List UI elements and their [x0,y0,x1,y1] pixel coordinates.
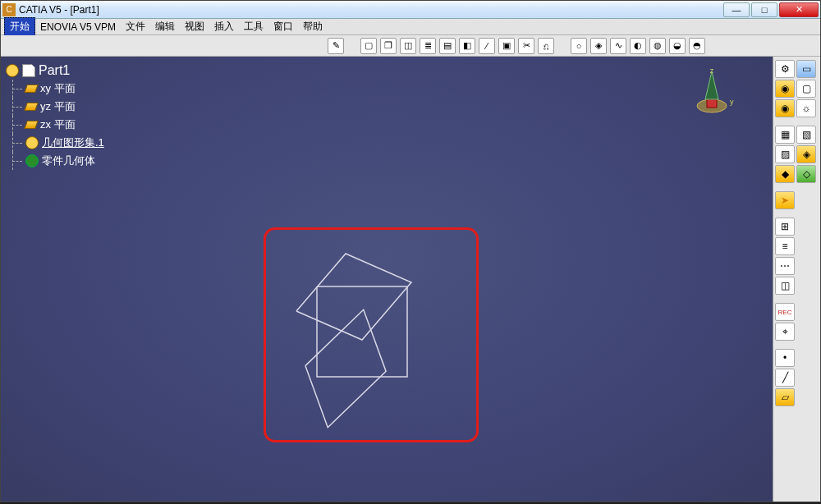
spec-tree: Part1 xy 平面 yz 平面 zx 平面 几何图形集.1 [6,62,104,170]
tool-erase-icon[interactable]: ◧ [459,38,475,54]
menu-window[interactable]: 窗口 [268,18,298,35]
tree-item-partbody[interactable]: 零件几何体 [6,152,104,170]
menu-tools[interactable]: 工具 [239,18,268,35]
rt-page-icon[interactable]: ▢ [796,80,816,98]
tool-box-icon[interactable]: ◫ [400,38,416,54]
window-controls: — □ ✕ [723,2,819,17]
tree-item-label: yz 平面 [40,99,76,114]
rt-gear-icon[interactable]: ⚙ [775,60,795,78]
tool-list-icon[interactable]: ≣ [420,38,436,54]
top-toolbar: ✎ ▢ ❐ ◫ ≣ ▤ ◧ ∕ ▣ ✂ ⎌ ○ ◈ ∿ ◐ ◍ ◒ ◓ [1,35,820,57]
tool-line-icon[interactable]: ∕ [479,38,495,54]
svg-text:y: y [730,98,734,106]
rt-arrow-icon[interactable]: ➤ [775,191,795,209]
rt-e-icon[interactable]: ◆ [775,165,795,183]
tree-root[interactable]: Part1 [6,62,104,80]
close-button[interactable]: ✕ [779,2,819,17]
tool-b-icon[interactable]: ⎌ [538,38,554,54]
tree-item-geoset[interactable]: 几何图形集.1 [6,134,104,152]
tool-t-icon[interactable]: ◍ [649,38,666,54]
partbody-icon [25,154,39,167]
maximize-button[interactable]: □ [751,2,777,17]
rt-d-icon[interactable]: ◈ [796,145,816,163]
tree-item-label: 零件几何体 [42,153,95,168]
plane-icon [24,121,39,129]
tool-tool-icon[interactable]: ✂ [518,38,534,54]
minimize-button[interactable]: — [723,2,750,17]
svg-marker-2 [705,71,718,99]
svg-rect-1 [707,99,717,108]
tool-cyl-icon[interactable]: ○ [571,38,587,54]
catia-icon: C [2,3,16,16]
body-area: Part1 xy 平面 yz 平面 zx 平面 几何图形集.1 [1,57,820,502]
viewport-3d[interactable]: Part1 xy 平面 yz 平面 zx 平面 几何图形集.1 [1,57,773,502]
rt-h-icon[interactable]: ≡ [775,237,795,255]
rt-k-icon[interactable]: ⌖ [775,323,795,341]
tree-item-yz[interactable]: yz 平面 [6,98,104,116]
tool-s-icon[interactable]: ◐ [630,38,646,54]
rt-c-icon[interactable]: ▨ [775,145,795,163]
compass[interactable]: z y [687,66,736,116]
menu-view[interactable]: 视图 [180,18,209,35]
tree-item-label: 几何图形集.1 [42,135,104,150]
rt-g-icon[interactable]: ⊞ [775,218,795,236]
tree-root-label: Part1 [39,63,70,78]
rt-f-icon[interactable]: ◇ [796,165,816,183]
tool-newdoc-icon[interactable]: ▢ [360,38,377,54]
rt-plane-icon[interactable]: ▱ [775,388,795,406]
geoset-icon [25,136,39,149]
tree-item-xy[interactable]: xy 平面 [6,80,104,98]
app-window: C CATIA V5 - [Part1] — □ ✕ 开始 ENOVIA V5 … [0,0,821,502]
tool-sketch-icon[interactable]: ✎ [328,38,344,54]
rt-view-icon[interactable]: ▭ [796,60,816,78]
part-gear-icon [6,64,19,77]
rt-b-icon[interactable]: ▧ [796,126,816,144]
tree-item-label: zx 平面 [40,117,76,132]
titlebar: C CATIA V5 - [Part1] — □ ✕ [1,1,820,19]
menubar: 开始 ENOVIA V5 VPM 文件 编辑 视图 插入 工具 窗口 帮助 [1,19,820,35]
rt-a-icon[interactable]: ▦ [775,126,795,144]
rt-camera2-icon[interactable]: ◉ [775,99,795,117]
rt-camera1-icon[interactable]: ◉ [775,80,795,98]
rt-j-icon[interactable]: ◫ [775,277,795,295]
tool-copy-icon[interactable]: ❐ [380,38,397,54]
tool-u-icon[interactable]: ◒ [669,38,686,54]
plane-icon [24,85,39,93]
menu-help[interactable]: 帮助 [298,18,328,35]
menu-enovia[interactable]: ENOVIA V5 VPM [35,20,121,34]
menu-file[interactable]: 文件 [121,18,150,35]
tool-3d-icon[interactable]: ◈ [590,38,607,54]
part-doc-icon [22,64,35,77]
tool-sheet-icon[interactable]: ▤ [439,38,456,54]
menu-insert[interactable]: 插入 [209,18,239,35]
rt-rec-icon[interactable]: REC [775,303,795,321]
tree-item-zx[interactable]: zx 平面 [6,116,104,134]
tree-item-label: xy 平面 [40,81,76,96]
rt-i-icon[interactable]: ⋯ [775,257,795,275]
right-toolbar: ⚙▭ ◉▢ ◉☼ ▦▧ ▨◈ ◆◇ ➤ ⊞ ≡ ⋯ ◫ REC ⌖ • ╱ ▱ [773,57,820,502]
rt-bulb-icon[interactable]: ☼ [796,99,816,117]
tool-curve-icon[interactable]: ∿ [610,38,626,54]
plane-icon [24,103,39,111]
reference-planes[interactable] [247,213,493,459]
menu-edit[interactable]: 编辑 [150,18,180,35]
rt-line-icon[interactable]: ╱ [775,369,795,387]
menu-start[interactable]: 开始 [4,17,35,36]
window-title: CATIA V5 - [Part1] [19,4,723,16]
svg-text:z: z [710,66,714,75]
rt-pt-icon[interactable]: • [775,349,795,367]
tool-cube-icon[interactable]: ▣ [498,38,515,54]
tool-v-icon[interactable]: ◓ [689,38,705,54]
